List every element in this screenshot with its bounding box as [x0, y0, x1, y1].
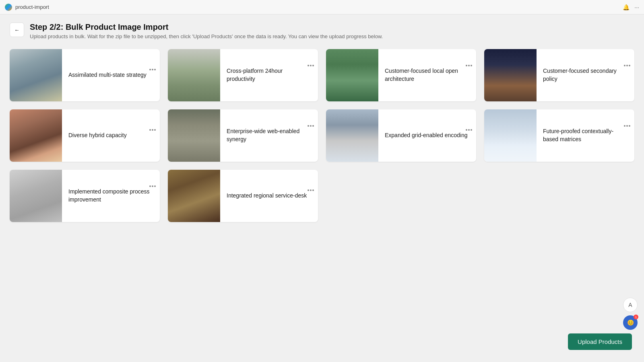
product-menu-button[interactable]	[149, 129, 156, 131]
product-card: Enterprise-wide web-enabled synergy	[168, 109, 318, 162]
product-card: Integrated regional service-desk	[168, 170, 318, 222]
product-menu-button[interactable]	[308, 189, 314, 191]
page-title: Step 2/2: Bulk Product Image Import	[30, 23, 383, 32]
page-header: ← Step 2/2: Bulk Product Image Import Up…	[10, 23, 634, 39]
titlebar-left: product-import	[5, 4, 49, 11]
product-grid: Assimilated multi-state strategy Cross-p…	[10, 49, 634, 222]
product-title: Future-proofed contextually-based matric…	[543, 128, 628, 143]
product-image	[168, 109, 220, 162]
back-icon: ←	[14, 27, 19, 33]
product-info: Cross-platform 24hour productivity	[220, 61, 318, 89]
product-card: Future-proofed contextually-based matric…	[484, 109, 634, 162]
page-description: Upload products in bulk. Wait for the zi…	[30, 33, 383, 39]
product-info: Implemented composite process improvemen…	[62, 181, 160, 210]
product-image	[326, 49, 378, 101]
product-title: Expanded grid-enabled encoding	[385, 132, 470, 140]
help-icon[interactable]: 😊 1	[623, 315, 638, 330]
titlebar-right: 🔔 ···	[623, 4, 639, 10]
product-menu-button[interactable]	[308, 125, 314, 127]
product-menu-button[interactable]	[149, 69, 156, 70]
product-info: Assimilated multi-state strategy	[62, 65, 160, 86]
upload-btn-container: Upload Products	[568, 333, 632, 350]
product-info: Diverse hybrid capacity	[62, 125, 160, 146]
product-image	[484, 49, 537, 101]
app-name: product-import	[15, 4, 49, 10]
product-info: Expanded grid-enabled encoding	[378, 125, 476, 146]
menu-icon[interactable]: ···	[634, 4, 639, 10]
header-text: Step 2/2: Bulk Product Image Import Uplo…	[30, 23, 383, 39]
product-info: Integrated regional service-desk	[220, 185, 318, 206]
product-menu-button[interactable]	[624, 65, 630, 66]
product-title: Diverse hybrid capacity	[68, 132, 153, 140]
product-image	[326, 109, 378, 162]
back-button[interactable]: ←	[10, 23, 24, 37]
product-menu-button[interactable]	[624, 125, 630, 127]
product-menu-button[interactable]	[466, 65, 472, 66]
product-card: Customer-focused local open architecture	[326, 49, 476, 101]
product-card: Diverse hybrid capacity	[10, 109, 160, 162]
product-title: Customer-focused local open architecture	[385, 67, 470, 83]
product-card: Expanded grid-enabled encoding	[326, 109, 476, 162]
product-title: Assimilated multi-state strategy	[68, 71, 153, 79]
product-info: Customer-focused secondary policy	[537, 61, 634, 89]
titlebar: product-import 🔔 ···	[0, 0, 644, 14]
product-image	[484, 109, 537, 162]
upload-products-button[interactable]: Upload Products	[568, 333, 632, 350]
notification-badge: 1	[634, 315, 638, 319]
notification-icon[interactable]: 🔔	[623, 4, 630, 10]
product-title: Enterprise-wide web-enabled synergy	[227, 128, 312, 143]
product-image	[10, 170, 62, 222]
product-menu-button[interactable]	[308, 65, 314, 66]
product-card: Assimilated multi-state strategy	[10, 49, 160, 101]
main-content: ← Step 2/2: Bulk Product Image Import Up…	[0, 14, 644, 230]
product-card: Implemented composite process improvemen…	[10, 170, 160, 222]
product-image	[168, 49, 220, 101]
product-title: Cross-platform 24hour productivity	[227, 67, 312, 83]
product-image	[168, 170, 220, 222]
product-image	[10, 109, 62, 162]
support-icons: A 😊 1	[623, 298, 638, 330]
app-icon	[5, 4, 12, 11]
product-info: Customer-focused local open architecture	[378, 61, 476, 89]
product-card: Customer-focused secondary policy	[484, 49, 634, 101]
product-title: Implemented composite process improvemen…	[68, 188, 153, 204]
product-card: Cross-platform 24hour productivity	[168, 49, 318, 101]
product-info: Future-proofed contextually-based matric…	[537, 121, 634, 150]
product-info: Enterprise-wide web-enabled synergy	[220, 121, 318, 150]
product-title: Customer-focused secondary policy	[543, 67, 628, 83]
translate-icon[interactable]: A	[623, 298, 638, 312]
product-menu-button[interactable]	[466, 129, 472, 131]
product-menu-button[interactable]	[149, 185, 156, 187]
product-image	[10, 49, 62, 101]
product-title: Integrated regional service-desk	[227, 192, 312, 200]
